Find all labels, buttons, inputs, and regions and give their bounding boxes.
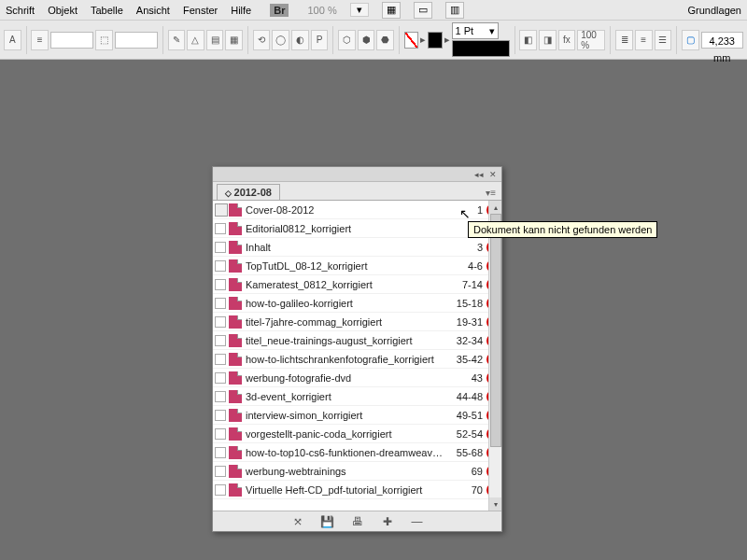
character-icon[interactable]: A bbox=[4, 30, 21, 50]
paragraph-icon[interactable]: P bbox=[311, 30, 329, 50]
checkbox[interactable] bbox=[215, 298, 226, 309]
dropdown-arrow-icon[interactable]: ▸ bbox=[420, 34, 426, 46]
list-item[interactable]: interview-simon_korrigiert49-51? bbox=[213, 406, 501, 425]
fx-icon[interactable]: fx bbox=[558, 30, 576, 50]
add-icon[interactable]: ✚ bbox=[381, 515, 394, 528]
indesign-doc-icon bbox=[229, 409, 242, 422]
indesign-doc-icon bbox=[229, 259, 242, 273]
measurement-field[interactable]: 4,233 mm bbox=[701, 32, 743, 49]
text-wrap-icon[interactable]: ≣ bbox=[615, 30, 633, 50]
checkbox[interactable] bbox=[215, 354, 226, 365]
panel-tabs: ◇ 2012-08 ▾≡ bbox=[213, 182, 501, 201]
list-item[interactable]: werbung-fotografie-dvd43? bbox=[213, 369, 501, 387]
indesign-doc-icon bbox=[229, 465, 242, 478]
no-fill-icon[interactable] bbox=[404, 32, 418, 49]
align-icon[interactable]: ≡ bbox=[31, 30, 49, 50]
list-item[interactable]: Inhalt3? bbox=[213, 238, 501, 257]
indesign-doc-icon bbox=[229, 241, 242, 254]
zoom-dropdown-icon[interactable]: ▾ bbox=[350, 3, 369, 17]
checkbox[interactable] bbox=[215, 223, 226, 234]
checkbox[interactable] bbox=[215, 447, 226, 458]
indesign-doc-icon bbox=[229, 353, 242, 366]
opacity-field[interactable]: 100 % bbox=[577, 30, 605, 50]
list-item[interactable]: how-to-lichtschrankenfotografie_korrigie… bbox=[213, 350, 501, 369]
checkbox[interactable] bbox=[215, 372, 226, 384]
indesign-doc-icon bbox=[229, 390, 242, 403]
zoom-level[interactable]: 100 % bbox=[307, 5, 336, 16]
list-item[interactable]: Kameratest_0812_korrigiert7-14? bbox=[213, 275, 501, 294]
scroll-thumb[interactable] bbox=[490, 214, 501, 447]
rotate-icon[interactable]: ⟲ bbox=[253, 30, 271, 50]
list-item[interactable]: titel_neue-trainings-august_korrigiert32… bbox=[213, 331, 501, 350]
shear-icon[interactable]: ◐ bbox=[291, 30, 309, 50]
menu-schrift[interactable]: Schrift bbox=[6, 5, 35, 16]
fill-swatch-icon[interactable] bbox=[428, 32, 442, 49]
pathfinder2-icon[interactable]: ⬢ bbox=[358, 30, 375, 50]
checkbox[interactable] bbox=[215, 279, 226, 290]
y-field[interactable] bbox=[115, 32, 158, 49]
menu-tabelle[interactable]: Tabelle bbox=[91, 5, 123, 16]
list-item[interactable]: how-to-top10-cs6-funktionen-dreamweave..… bbox=[213, 443, 501, 462]
measure-icon[interactable]: △ bbox=[187, 30, 204, 50]
eyedropper-icon[interactable]: ✎ bbox=[168, 30, 186, 50]
bridge-icon[interactable]: Br bbox=[270, 4, 289, 17]
constrain-icon[interactable]: ⬚ bbox=[95, 30, 113, 50]
checkbox[interactable] bbox=[215, 260, 226, 272]
text-wrap2-icon[interactable]: ≡ bbox=[635, 30, 653, 50]
save-icon[interactable]: 💾 bbox=[321, 515, 334, 528]
stroke-weight-field[interactable]: 1 Pt▾ bbox=[452, 22, 499, 39]
tab-book[interactable]: ◇ 2012-08 bbox=[217, 184, 280, 200]
stroke-style-field[interactable] bbox=[452, 40, 510, 57]
scrollbar[interactable]: ▴ ▾ bbox=[488, 201, 501, 511]
checkbox[interactable] bbox=[215, 391, 226, 402]
close-icon[interactable]: ✕ bbox=[487, 169, 498, 179]
gradient-icon[interactable]: ▤ bbox=[206, 30, 224, 50]
print-icon[interactable]: 🖶 bbox=[351, 515, 364, 528]
dropdown-arrow-icon[interactable]: ▸ bbox=[444, 34, 450, 46]
screen-mode-icon[interactable]: ▭ bbox=[414, 2, 432, 19]
menu-objekt[interactable]: Objekt bbox=[48, 5, 78, 16]
list-item[interactable]: Editorial0812_korrigiert2? bbox=[213, 219, 501, 238]
list-item[interactable]: vorgestellt-panic-coda_korrigiert52-54? bbox=[213, 425, 501, 443]
scroll-down-icon[interactable]: ▾ bbox=[489, 497, 501, 511]
scroll-up-icon[interactable]: ▴ bbox=[489, 201, 501, 214]
checkbox[interactable] bbox=[215, 428, 226, 440]
list-item[interactable]: Cover-08-2012 1 ? bbox=[213, 201, 501, 219]
checkbox[interactable] bbox=[215, 242, 226, 253]
doc-name: Cover-08-2012 bbox=[246, 204, 445, 216]
checkbox[interactable] bbox=[215, 466, 226, 477]
workspace-switcher[interactable]: Grundlagen bbox=[688, 5, 742, 16]
arrange-icon[interactable]: ▥ bbox=[445, 2, 464, 19]
remove-icon[interactable]: — bbox=[411, 515, 424, 528]
panel-header[interactable]: ◂◂ ✕ bbox=[213, 167, 501, 182]
list-item[interactable]: TopTutDL_08-12_korrigiert4-6? bbox=[213, 257, 501, 275]
list-item[interactable]: 3d-event_korrigiert44-48? bbox=[213, 387, 501, 406]
pathfinder3-icon[interactable]: ⬣ bbox=[376, 30, 394, 50]
dropshadow-icon[interactable]: ◨ bbox=[539, 30, 557, 50]
menu-fenster[interactable]: Fenster bbox=[183, 5, 218, 16]
crop-icon[interactable]: ▢ bbox=[682, 30, 699, 50]
sync-icon[interactable]: ⤧ bbox=[291, 515, 304, 528]
list-item[interactable]: Virtuelle Heft-CD_pdf-tutorial_korrigier… bbox=[213, 481, 501, 499]
swatches-icon[interactable]: ▦ bbox=[225, 30, 243, 50]
panel-menu-icon[interactable]: ▾≡ bbox=[484, 186, 498, 200]
checkbox[interactable] bbox=[215, 335, 226, 346]
checkbox[interactable] bbox=[215, 484, 226, 496]
checkbox[interactable] bbox=[215, 316, 226, 328]
menu-ansicht[interactable]: Ansicht bbox=[136, 5, 170, 16]
document-list: Cover-08-2012 1 ? Editorial0812_korrigie… bbox=[213, 201, 501, 511]
scale-icon[interactable]: ◯ bbox=[272, 30, 289, 50]
text-wrap3-icon[interactable]: ☰ bbox=[655, 30, 672, 50]
list-item[interactable]: werbung-webtrainings69? bbox=[213, 462, 501, 481]
pathfinder-icon[interactable]: ⬡ bbox=[338, 30, 356, 50]
x-field[interactable] bbox=[50, 32, 93, 49]
list-item[interactable]: how-to-galileo-korrigiert15-18? bbox=[213, 294, 501, 313]
effects-icon[interactable]: ◧ bbox=[519, 30, 537, 50]
indesign-doc-icon bbox=[229, 278, 242, 291]
view-options-icon[interactable]: ▦ bbox=[382, 2, 401, 19]
list-item[interactable]: titel-7jahre-commag_korrigiert19-31? bbox=[213, 313, 501, 331]
style-source-icon[interactable] bbox=[215, 203, 228, 217]
checkbox[interactable] bbox=[215, 410, 226, 421]
collapse-icon[interactable]: ◂◂ bbox=[473, 169, 484, 179]
menu-hilfe[interactable]: Hilfe bbox=[231, 5, 251, 16]
